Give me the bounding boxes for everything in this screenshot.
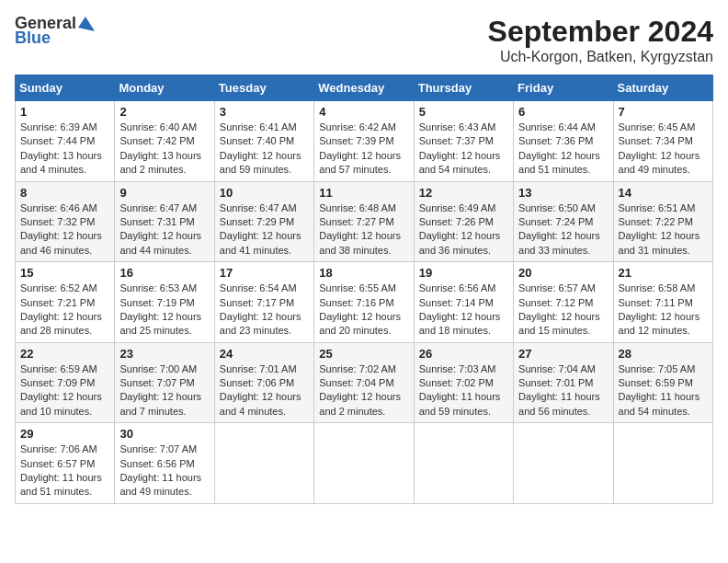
daylight-text: Daylight: 12 hours and 18 minutes. <box>419 311 501 336</box>
day-number: 10 <box>220 186 309 200</box>
day-number: 27 <box>518 347 608 361</box>
daylight-text: Daylight: 12 hours and 12 minutes. <box>619 311 700 336</box>
logo: General Blue <box>15 15 97 48</box>
day-number: 2 <box>119 105 209 119</box>
day-info: Sunrise: 6:47 AMSunset: 7:31 PMDaylight:… <box>119 201 209 259</box>
sunset-text: Sunset: 7:12 PM <box>518 297 593 308</box>
day-number: 19 <box>419 266 508 280</box>
daylight-text: Daylight: 11 hours and 54 minutes. <box>619 391 700 416</box>
sunrise-text: Sunrise: 6:56 AM <box>419 282 496 293</box>
table-row: 11Sunrise: 6:48 AMSunset: 7:27 PMDayligh… <box>314 181 414 262</box>
sunset-text: Sunset: 7:31 PM <box>119 216 194 227</box>
table-row: 21Sunrise: 6:58 AMSunset: 7:11 PMDayligh… <box>613 262 712 343</box>
sunset-text: Sunset: 7:37 PM <box>419 135 494 146</box>
logo-triangle-icon <box>78 15 97 33</box>
table-row: 29Sunrise: 7:06 AMSunset: 6:57 PMDayligh… <box>16 423 115 504</box>
day-info: Sunrise: 6:46 AMSunset: 7:32 PMDaylight:… <box>20 201 109 259</box>
day-number: 13 <box>518 186 608 200</box>
col-friday: Friday <box>514 75 613 101</box>
daylight-text: Daylight: 12 hours and 23 minutes. <box>220 311 301 336</box>
sunrise-text: Sunrise: 6:53 AM <box>119 282 197 293</box>
sunrise-text: Sunrise: 7:06 AM <box>20 443 97 454</box>
col-monday: Monday <box>115 75 214 101</box>
day-info: Sunrise: 6:56 AMSunset: 7:14 PMDaylight:… <box>419 282 508 339</box>
calendar-week-row: 22Sunrise: 6:59 AMSunset: 7:09 PMDayligh… <box>16 342 713 423</box>
day-number: 11 <box>319 186 408 200</box>
daylight-text: Daylight: 12 hours and 59 minutes. <box>220 150 301 175</box>
col-wednesday: Wednesday <box>314 75 414 101</box>
day-number: 6 <box>518 105 608 119</box>
day-info: Sunrise: 7:07 AMSunset: 6:56 PMDaylight:… <box>119 442 209 500</box>
daylight-text: Daylight: 12 hours and 49 minutes. <box>619 150 700 175</box>
table-row <box>514 423 613 504</box>
day-info: Sunrise: 6:43 AMSunset: 7:37 PMDaylight:… <box>419 121 508 178</box>
day-number: 8 <box>20 186 109 200</box>
sunset-text: Sunset: 7:44 PM <box>20 135 95 146</box>
sunrise-text: Sunrise: 6:41 AM <box>220 121 297 132</box>
daylight-text: Daylight: 12 hours and 28 minutes. <box>20 311 102 336</box>
calendar-week-row: 15Sunrise: 6:52 AMSunset: 7:21 PMDayligh… <box>16 262 713 343</box>
daylight-text: Daylight: 12 hours and 36 minutes. <box>419 230 501 255</box>
day-info: Sunrise: 6:51 AMSunset: 7:22 PMDaylight:… <box>619 201 708 259</box>
page-header: General Blue September 2024 Uch-Korgon, … <box>15 15 713 65</box>
sunrise-text: Sunrise: 7:07 AM <box>119 443 197 454</box>
sunrise-text: Sunrise: 6:47 AM <box>220 202 297 213</box>
sunset-text: Sunset: 7:19 PM <box>119 297 194 308</box>
day-info: Sunrise: 6:41 AMSunset: 7:40 PMDaylight:… <box>220 121 309 178</box>
table-row: 12Sunrise: 6:49 AMSunset: 7:26 PMDayligh… <box>414 181 513 262</box>
day-number: 29 <box>20 427 109 441</box>
table-row: 20Sunrise: 6:57 AMSunset: 7:12 PMDayligh… <box>514 262 613 343</box>
day-info: Sunrise: 6:42 AMSunset: 7:39 PMDaylight:… <box>319 121 408 178</box>
sunset-text: Sunset: 7:21 PM <box>20 297 95 308</box>
table-row: 30Sunrise: 7:07 AMSunset: 6:56 PMDayligh… <box>115 423 214 504</box>
table-row: 5Sunrise: 6:43 AMSunset: 7:37 PMDaylight… <box>414 101 513 182</box>
day-number: 16 <box>119 266 209 280</box>
sunset-text: Sunset: 7:42 PM <box>119 135 194 146</box>
day-number: 20 <box>518 266 608 280</box>
table-row: 3Sunrise: 6:41 AMSunset: 7:40 PMDaylight… <box>214 101 313 182</box>
daylight-text: Daylight: 12 hours and 4 minutes. <box>220 391 301 416</box>
day-number: 12 <box>419 186 508 200</box>
table-row: 26Sunrise: 7:03 AMSunset: 7:02 PMDayligh… <box>414 342 513 423</box>
day-number: 5 <box>419 105 508 119</box>
day-info: Sunrise: 7:00 AMSunset: 7:07 PMDaylight:… <box>119 362 209 419</box>
sunset-text: Sunset: 6:56 PM <box>119 458 194 469</box>
sunrise-text: Sunrise: 7:00 AM <box>119 363 197 374</box>
sunrise-text: Sunrise: 6:51 AM <box>619 202 696 213</box>
sunrise-text: Sunrise: 7:01 AM <box>220 363 297 374</box>
day-info: Sunrise: 6:55 AMSunset: 7:16 PMDaylight:… <box>319 282 408 339</box>
table-row: 22Sunrise: 6:59 AMSunset: 7:09 PMDayligh… <box>16 342 115 423</box>
table-row: 23Sunrise: 7:00 AMSunset: 7:07 PMDayligh… <box>115 342 214 423</box>
page-subtitle: Uch-Korgon, Batken, Kyrgyzstan <box>488 49 713 65</box>
daylight-text: Daylight: 12 hours and 7 minutes. <box>119 391 201 416</box>
day-number: 7 <box>619 105 708 119</box>
col-tuesday: Tuesday <box>214 75 313 101</box>
sunrise-text: Sunrise: 6:46 AM <box>20 202 97 213</box>
sunset-text: Sunset: 7:39 PM <box>319 135 393 146</box>
sunset-text: Sunset: 6:57 PM <box>20 458 95 469</box>
sunset-text: Sunset: 7:04 PM <box>319 377 393 388</box>
sunrise-text: Sunrise: 6:57 AM <box>518 282 596 293</box>
day-info: Sunrise: 7:01 AMSunset: 7:06 PMDaylight:… <box>220 362 309 419</box>
table-row: 24Sunrise: 7:01 AMSunset: 7:06 PMDayligh… <box>214 342 313 423</box>
table-row: 28Sunrise: 7:05 AMSunset: 6:59 PMDayligh… <box>613 342 712 423</box>
day-number: 15 <box>20 266 109 280</box>
day-info: Sunrise: 7:02 AMSunset: 7:04 PMDaylight:… <box>319 362 408 419</box>
calendar-week-row: 29Sunrise: 7:06 AMSunset: 6:57 PMDayligh… <box>16 423 713 504</box>
logo-blue: Blue <box>15 29 51 48</box>
daylight-text: Daylight: 12 hours and 15 minutes. <box>518 311 600 336</box>
table-row <box>214 423 313 504</box>
sunrise-text: Sunrise: 6:52 AM <box>20 282 97 293</box>
day-info: Sunrise: 7:06 AMSunset: 6:57 PMDaylight:… <box>20 442 109 500</box>
daylight-text: Daylight: 12 hours and 33 minutes. <box>518 230 600 255</box>
table-row: 8Sunrise: 6:46 AMSunset: 7:32 PMDaylight… <box>16 181 115 262</box>
table-row: 6Sunrise: 6:44 AMSunset: 7:36 PMDaylight… <box>514 101 613 182</box>
calendar-header-row: Sunday Monday Tuesday Wednesday Thursday… <box>16 75 713 101</box>
daylight-text: Daylight: 12 hours and 10 minutes. <box>20 391 102 416</box>
sunset-text: Sunset: 7:32 PM <box>20 216 95 227</box>
daylight-text: Daylight: 12 hours and 31 minutes. <box>619 230 700 255</box>
daylight-text: Daylight: 11 hours and 59 minutes. <box>419 391 501 416</box>
daylight-text: Daylight: 13 hours and 4 minutes. <box>20 150 102 175</box>
sunset-text: Sunset: 7:27 PM <box>319 216 393 227</box>
day-number: 25 <box>319 347 408 361</box>
